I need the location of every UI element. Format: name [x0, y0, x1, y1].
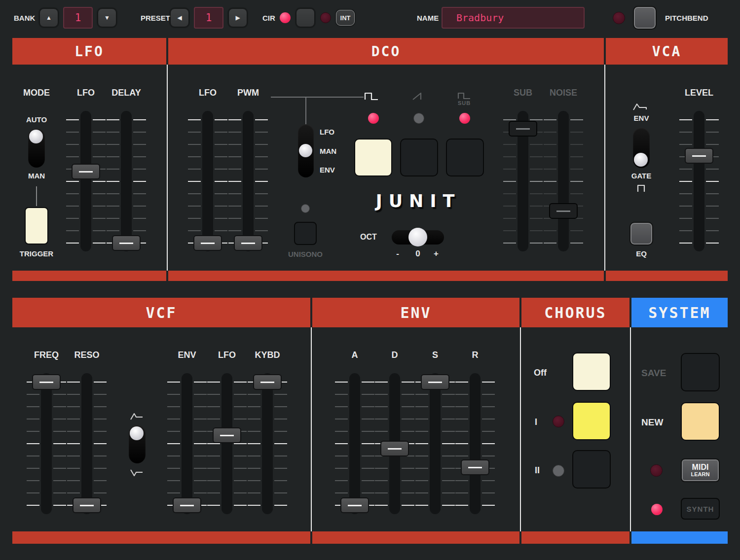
vcf-lfo-tick [207, 406, 220, 407]
vcf-env-tick [194, 443, 207, 444]
dco-sub-handle[interactable] [509, 121, 537, 137]
pitchbend-led [613, 12, 625, 24]
pwm-source-switch-knob[interactable] [299, 144, 312, 157]
dco-lfo-slider-track[interactable] [202, 111, 213, 251]
env-release-handle[interactable] [461, 459, 489, 475]
dco-lfo-handle[interactable] [193, 235, 222, 251]
dco-noise-slider-track[interactable] [558, 111, 569, 251]
preset-prev-button[interactable]: ◀ [170, 8, 189, 27]
oct-slider-knob[interactable] [408, 228, 427, 246]
vcf-kybd-handle[interactable] [253, 374, 282, 390]
vcf-lfo-tick [207, 443, 220, 444]
lfo-rate-handle[interactable] [72, 164, 100, 179]
pwm-switch-env-label: ENV [320, 166, 349, 174]
vcf-kybd-tick [274, 419, 287, 420]
lfo-delay-tick [107, 169, 119, 170]
env-release-tick [482, 480, 495, 481]
sub-wave-button[interactable] [446, 139, 484, 176]
chorus-section-footer [521, 531, 629, 544]
env-sustain-slider-track[interactable] [430, 373, 441, 514]
unisono-button[interactable] [294, 222, 317, 245]
env-release-slider-track[interactable] [470, 373, 481, 514]
oct-plus-label: + [431, 249, 441, 259]
bank-up-button[interactable]: ▲ [39, 8, 58, 27]
chorus-two-button[interactable] [572, 450, 611, 489]
vcf-env-tick [194, 468, 207, 469]
vca-env-label: ENV [617, 114, 666, 122]
dco-pwm-handle[interactable] [234, 235, 262, 251]
env-sustain-slider [415, 373, 455, 514]
vca-level-handle[interactable] [685, 148, 713, 164]
lfo-delay-handle-line [119, 243, 133, 244]
lfo-delay-slider-track[interactable] [121, 111, 132, 251]
vcf-kybd-tick [248, 419, 260, 420]
vcf-reso-handle[interactable] [73, 497, 101, 513]
vcf-reso-tick [94, 419, 107, 420]
vcf-freq-tick [53, 455, 66, 456]
pwm-connector-horizontal [271, 97, 364, 98]
square-wave-button[interactable] [354, 139, 392, 176]
preset-next-button[interactable]: ▶ [228, 8, 247, 27]
vcf-lfo-handle[interactable] [213, 427, 241, 443]
lfo-trigger-button[interactable] [25, 207, 48, 245]
vcf-polarity-toggle-knob[interactable] [130, 426, 144, 440]
vca-level-tick [679, 193, 692, 194]
vcf-freq-tick [53, 468, 66, 469]
vcf-kybd-slider-track[interactable] [262, 373, 273, 514]
env-release-handle-line [468, 467, 482, 468]
lfo-delay-handle[interactable] [112, 235, 141, 251]
system-save-button[interactable] [681, 353, 720, 391]
env-decay-tick [402, 505, 414, 506]
dco-pwm-slider-track[interactable] [243, 111, 254, 251]
vca-level-slider-track[interactable] [694, 111, 704, 251]
vcf-freq-tick [27, 443, 39, 444]
system-new-button[interactable] [681, 402, 720, 441]
bank-down-button[interactable]: ▼ [98, 8, 116, 27]
chorus-off-button[interactable] [572, 352, 611, 391]
dco-noise-tick [570, 132, 583, 133]
env-sustain-handle[interactable] [421, 374, 449, 390]
lfo-rate-tick [93, 156, 106, 157]
lfo-rate-tick [66, 193, 79, 194]
pwm-source-switch[interactable] [298, 124, 314, 177]
vcf-env-handle[interactable] [173, 497, 201, 513]
dco-noise-handle[interactable] [549, 203, 578, 219]
midi-learn-button[interactable]: MIDI LEARN [681, 458, 720, 482]
vcf-lfo-slider-track[interactable] [222, 373, 232, 514]
env-attack-handle[interactable] [340, 497, 369, 513]
saw-wave-button[interactable] [400, 139, 438, 176]
vca-level-tick [679, 169, 692, 170]
preset-name-field[interactable]: Bradbury [442, 7, 585, 29]
lfo-rate-tick [66, 230, 79, 231]
lfo-delay-tick [107, 230, 119, 231]
env-attack-slider [335, 373, 374, 514]
vca-mode-toggle-knob[interactable] [634, 153, 648, 167]
env-decay-handle[interactable] [380, 441, 409, 456]
vcf-polarity-toggle[interactable] [129, 425, 146, 463]
vca-mode-toggle[interactable] [633, 128, 650, 168]
env-release-tick [482, 455, 495, 456]
vca-eq-button[interactable] [629, 222, 653, 245]
int-button[interactable]: INT [336, 10, 355, 26]
vcf-reso-slider-track[interactable] [81, 373, 92, 514]
env-attack-slider-track[interactable] [349, 373, 360, 514]
lfo-delay-tick [107, 156, 119, 157]
lfo-rate-slider-track[interactable] [80, 111, 91, 251]
divider-chorus-system [630, 327, 631, 531]
env-decay-tick [375, 382, 388, 383]
vcf-env-slider-track[interactable] [182, 373, 192, 514]
env-sustain-tick [415, 419, 428, 420]
env-decay-tick [402, 406, 414, 407]
vcf-lfo-tick [234, 480, 247, 481]
dco-lfo-tick [188, 156, 201, 157]
vcf-freq-slider-track[interactable] [41, 373, 52, 514]
synth-button[interactable]: SYNTH [681, 498, 720, 520]
chorus-one-button[interactable] [572, 402, 611, 440]
pitchbend-button[interactable] [633, 6, 657, 30]
cir-button[interactable] [296, 8, 315, 27]
dco-pwm-tick [255, 218, 268, 219]
lfo-mode-toggle-knob[interactable] [29, 130, 43, 143]
lfo-mode-toggle[interactable] [28, 128, 45, 168]
env-attack-tick [362, 382, 374, 383]
vcf-freq-handle[interactable] [32, 374, 61, 390]
